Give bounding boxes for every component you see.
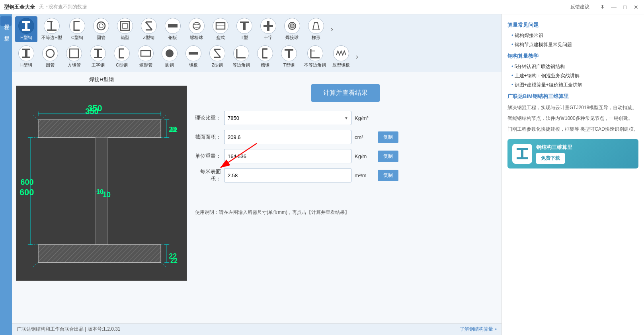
tool-item-h-beam2[interactable]: H型钢	[15, 44, 37, 70]
banner-download-btn[interactable]: 免费下载	[536, 153, 565, 164]
input-panel: 计算并查看结果 理论比重： 7850 Kg/m³ 截面面积：	[193, 76, 498, 319]
unequal-angle-icon	[307, 45, 323, 61]
tool-item-unequal-angle[interactable]: 不等边角钢	[302, 44, 328, 70]
weld-ball-icon	[284, 18, 300, 34]
tool-item-plate2[interactable]: 钢板	[182, 44, 205, 70]
tool-item-square-tube[interactable]: 方钢管	[63, 44, 85, 70]
tool-item-cross[interactable]: 十字	[257, 16, 279, 42]
tool-label-rect-tube: 矩形管	[139, 62, 152, 68]
box-type-icon	[213, 18, 228, 34]
sidebar-link-intro[interactable]: 5分钟认识广联达钢结构	[507, 62, 638, 71]
dim-web-thickness-input[interactable]	[92, 188, 108, 196]
dim-bottom-thickness-input[interactable]	[166, 257, 182, 265]
close-button[interactable]: ✕	[632, 3, 640, 11]
section-area-copy-btn[interactable]: 复制	[378, 131, 398, 143]
tool-item-box[interactable]: 箱型	[114, 16, 136, 42]
tool-label-h-beam: H型钢	[20, 35, 32, 41]
sidebar-link-civil[interactable]: 土建+钢构：钢混业务实战讲解	[507, 71, 638, 80]
tool-label-z-beam: Z型钢	[143, 35, 155, 41]
tool-label-plate2: 钢板	[189, 62, 198, 68]
tool-item-unequal-h[interactable]: 不等边H型	[39, 16, 64, 42]
density-unit: Kg/m³	[355, 115, 375, 121]
sidebar-link-full[interactable]: 识图+建模算量+组价施工全讲解	[507, 80, 638, 90]
svg-rect-5	[47, 29, 57, 31]
status-right-label: 了解钢结构算量	[460, 326, 493, 333]
c-beam2-icon	[114, 45, 130, 61]
tool-item-weld-ball[interactable]: 焊接球	[281, 16, 303, 42]
tool-label-unequal-angle: 不等边角钢	[304, 62, 326, 68]
tool-item-round-bar[interactable]: 圆钢	[158, 44, 181, 70]
tool-item-box-type[interactable]: 盒式	[209, 16, 232, 42]
tool-item-z-beam[interactable]: Z型钢	[138, 16, 160, 42]
toolbar-next-btn[interactable]: ›	[329, 25, 335, 33]
tool-item-round-tube2[interactable]: 圆管	[39, 44, 61, 70]
maximize-button[interactable]: □	[621, 3, 629, 11]
sidebar-desc-3: 门刚工程参数化快捷建模，框架等 类型可CAD快速识别建模。	[507, 124, 638, 135]
unit-weight-unit: Kg/m	[355, 153, 375, 159]
tool-label-unequal-h: 不等边H型	[41, 35, 62, 41]
square-tube-icon	[66, 45, 82, 61]
minimize-button[interactable]: —	[610, 3, 618, 11]
density-select[interactable]: 7850	[224, 111, 351, 125]
tool-panel: H型钢 不等边H型	[12, 14, 502, 335]
tool-item-t-beam2[interactable]: T型钢	[278, 44, 300, 70]
tool-label-bolt-ball: 螺栓球	[190, 35, 203, 41]
tool-item-h-beam[interactable]: H型钢	[15, 16, 37, 42]
toolbar-row-2: H型钢 圆管	[15, 44, 498, 70]
surface-area-copy-btn[interactable]: 复制	[378, 170, 398, 181]
feedback-button[interactable]: 反馈建议	[570, 4, 589, 10]
unit-weight-copy-btn[interactable]: 复制	[378, 151, 398, 162]
dim-width-input[interactable]	[76, 107, 108, 116]
dim-top-thickness-input[interactable]	[166, 126, 182, 135]
tool-item-round-tube[interactable]: 圆管	[90, 16, 112, 42]
svg-rect-0	[22, 21, 30, 23]
section-area-input[interactable]	[224, 130, 351, 144]
tool-item-c-beam2[interactable]: C型钢	[111, 44, 133, 70]
pin-button[interactable]: 🖈	[599, 3, 607, 11]
tool-label-t-beam: T型	[241, 35, 248, 41]
tool-label-square-tube: 方钢管	[68, 62, 81, 68]
density-label: 理论比重：	[193, 114, 221, 121]
tool-item-bolt-ball[interactable]: 螺栓球	[185, 16, 208, 42]
toolbar-next-btn2[interactable]: ›	[354, 53, 360, 61]
work-area: 焊接H型钢	[12, 72, 502, 323]
sidebar-link-welding[interactable]: 钢构焊接常识	[507, 31, 638, 40]
tool-item-t-beam[interactable]: T型	[233, 16, 256, 42]
svg-rect-28	[25, 50, 27, 57]
tool-item-c-beam[interactable]: C型钢	[66, 16, 88, 42]
calc-button[interactable]: 计算并查看结果	[311, 84, 380, 102]
tool-item-press-plate[interactable]: 压型钢板	[330, 44, 352, 70]
drawing-wrapper: 焊接H型钢	[16, 76, 187, 319]
sidebar-link-node[interactable]: 钢构节点建模算量常见问题	[507, 40, 638, 49]
tool-item-equal-angle[interactable]: 等边角钢	[230, 44, 252, 70]
tool-item-i-beam[interactable]: 工字钢	[87, 44, 109, 70]
svg-rect-44	[288, 51, 290, 58]
h-beam-icon	[18, 18, 34, 34]
tool-item-z-beam2[interactable]: Z型钢	[206, 44, 228, 70]
press-plate-icon	[333, 45, 349, 61]
round-tube-icon	[93, 18, 109, 34]
section-area-label: 截面面积：	[193, 133, 221, 141]
sidebar-desc-2: 智能钢结构节点，软件内置1000多种常见节点，一键创建。	[507, 113, 638, 124]
status-bar: 广联达钢结构和工作台联合出品 | 版本号:1.2.0.31 了解钢结构算量 •	[12, 323, 502, 335]
svg-rect-15	[168, 24, 178, 27]
svg-point-9	[99, 24, 103, 28]
tool-label-box-type: 盒式	[216, 35, 225, 41]
dim-height-input[interactable]	[17, 178, 37, 186]
svg-rect-35	[141, 51, 150, 56]
status-right[interactable]: 了解钢结构算量 •	[460, 326, 497, 333]
tool-item-plate[interactable]: 钢板	[162, 16, 184, 42]
surface-area-input[interactable]	[224, 168, 351, 182]
unit-weight-input[interactable]	[224, 149, 351, 163]
tool-item-trapezoid[interactable]: 梯形	[305, 16, 327, 42]
sidebar-tab-welding[interactable]: 焊接	[0, 16, 12, 26]
svg-marker-26	[313, 23, 319, 30]
sidebar-tabs: 焊接 型材	[0, 14, 12, 335]
tool-label-plate: 钢板	[168, 35, 177, 41]
field-row-surface-area: 每米表面积： m²/m 复制	[193, 168, 498, 182]
tool-item-channel[interactable]: 槽钢	[254, 44, 276, 70]
svg-rect-11	[123, 24, 127, 28]
sidebar-tab-material[interactable]: 型材	[0, 28, 12, 37]
tool-label-press-plate: 压型钢板	[332, 62, 350, 68]
tool-item-rect-tube[interactable]: 矩形管	[135, 44, 157, 70]
